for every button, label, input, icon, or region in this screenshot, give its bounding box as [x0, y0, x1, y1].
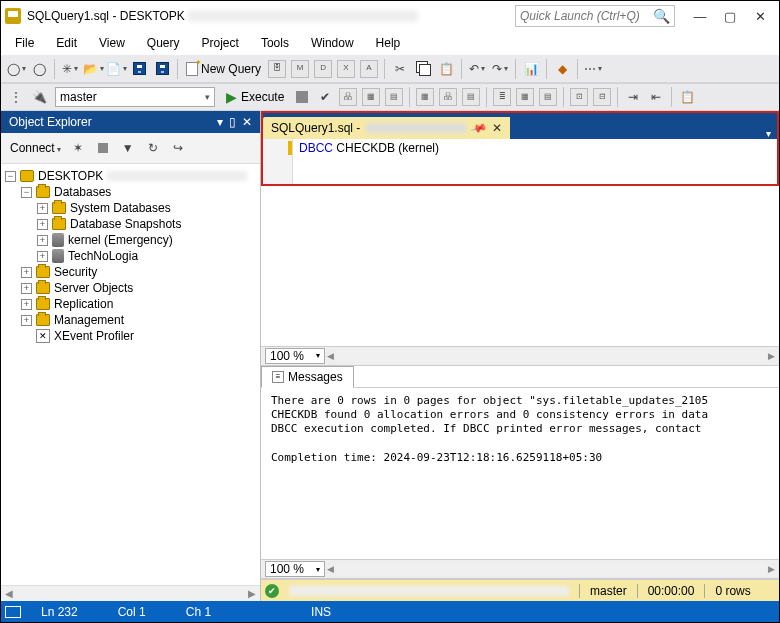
new-project-button[interactable]: ✳	[59, 58, 81, 80]
undo-button[interactable]: ↶	[466, 58, 488, 80]
editor-hscroll[interactable]	[336, 350, 766, 362]
menu-edit[interactable]: Edit	[46, 34, 87, 52]
hscroll-left-icon[interactable]: ◀	[327, 351, 334, 361]
panel-menu-icon[interactable]: ▾	[217, 115, 223, 129]
result-grid-button[interactable]: ▦	[514, 86, 536, 108]
comment-button[interactable]: ⊡	[568, 86, 590, 108]
intellisense-button[interactable]: ▤	[460, 86, 482, 108]
menu-project[interactable]: Project	[192, 34, 249, 52]
parse-button[interactable]: ✔	[314, 86, 336, 108]
expand-icon[interactable]: +	[37, 235, 48, 246]
collapse-icon[interactable]: −	[21, 187, 32, 198]
tree-root-item[interactable]: ✕XEvent Profiler	[3, 328, 258, 344]
pin-icon[interactable]: 📌	[470, 119, 489, 137]
sqlcmd-button[interactable]: 品	[437, 86, 459, 108]
expand-icon[interactable]: +	[21, 267, 32, 278]
messages-zoom-select[interactable]: 100 %	[265, 561, 325, 577]
change-connection-button[interactable]: 🔌	[28, 86, 50, 108]
include-plan-button[interactable]: ▦	[360, 86, 382, 108]
hscroll-right-icon[interactable]: ▶	[768, 351, 775, 361]
expand-icon[interactable]: +	[37, 203, 48, 214]
indent-button[interactable]: ⇥	[622, 86, 644, 108]
explorer-hscroll[interactable]: ◀ ▶	[1, 585, 260, 601]
minimize-button[interactable]: —	[685, 5, 715, 27]
tree-db-item[interactable]: +System Databases	[3, 200, 258, 216]
panel-pin-icon[interactable]: ▯	[229, 115, 236, 129]
paste-button[interactable]: 📋	[435, 58, 457, 80]
save-button[interactable]	[128, 58, 150, 80]
messages-tab[interactable]: ≡ Messages	[261, 366, 354, 388]
scroll-left-icon[interactable]: ◀	[1, 586, 17, 601]
zoom-select[interactable]: 100 %	[265, 348, 325, 364]
database-combo[interactable]: master	[55, 87, 215, 107]
menu-tools[interactable]: Tools	[251, 34, 299, 52]
result-text-button[interactable]: ≣	[491, 86, 513, 108]
hscroll-left-icon[interactable]: ◀	[327, 564, 334, 574]
save-all-button[interactable]	[151, 58, 173, 80]
options-button[interactable]: ◆	[551, 58, 573, 80]
specify-values-button[interactable]: 📋	[676, 86, 698, 108]
tree-root-item[interactable]: +Security	[3, 264, 258, 280]
quick-launch-input[interactable]	[520, 9, 649, 23]
live-stats-button[interactable]: ▤	[383, 86, 405, 108]
open-file-button[interactable]: 📂	[82, 58, 104, 80]
tree-db-item[interactable]: +TechNoLogia	[3, 248, 258, 264]
expand-icon[interactable]: +	[37, 251, 48, 262]
copy-button[interactable]	[412, 58, 434, 80]
disconnect-button[interactable]: ✶	[67, 137, 89, 159]
mdx-query-button[interactable]: M	[289, 58, 311, 80]
activity-monitor-button[interactable]: 📊	[520, 58, 542, 80]
include-stats-button[interactable]: ▦	[414, 86, 436, 108]
panel-close-icon[interactable]: ✕	[242, 115, 252, 129]
tree-server-node[interactable]: −DESKTOPK	[3, 168, 258, 184]
tree-db-item[interactable]: +Database Snapshots	[3, 216, 258, 232]
scroll-right-icon[interactable]: ▶	[244, 586, 260, 601]
as-query-button[interactable]: A	[358, 58, 380, 80]
connect-button[interactable]: Connect	[7, 140, 64, 156]
redo-button[interactable]: ↷	[489, 58, 511, 80]
execute-button[interactable]: ▶ Execute	[220, 89, 290, 105]
tree-root-item[interactable]: +Management	[3, 312, 258, 328]
expand-icon[interactable]: +	[21, 315, 32, 326]
stop-button[interactable]	[92, 137, 114, 159]
new-file-button[interactable]: 📄	[105, 58, 127, 80]
hscroll-right-icon[interactable]: ▶	[768, 564, 775, 574]
tree-databases-node[interactable]: −Databases	[3, 184, 258, 200]
nav-back-button[interactable]: ◯	[5, 58, 27, 80]
tabrow-menu-icon[interactable]: ▾	[760, 128, 777, 139]
scroll-track[interactable]	[17, 586, 244, 601]
close-tab-icon[interactable]: ✕	[492, 121, 502, 135]
menu-help[interactable]: Help	[366, 34, 411, 52]
nav-fwd-button[interactable]: ◯	[28, 58, 50, 80]
editor-whitespace[interactable]	[261, 186, 779, 346]
uncomment-button[interactable]: ⊟	[591, 86, 613, 108]
messages-hscroll[interactable]	[336, 563, 766, 575]
tree-db-item[interactable]: +kernel (Emergency)	[3, 232, 258, 248]
xmla-query-button[interactable]: X	[335, 58, 357, 80]
quick-launch[interactable]: 🔍	[515, 5, 675, 27]
db-engine-query-button[interactable]: 🗄	[266, 58, 288, 80]
code-editor[interactable]: DBCC CHECKDB (kernel)	[263, 139, 777, 184]
menu-file[interactable]: File	[5, 34, 44, 52]
cut-button[interactable]: ✂	[389, 58, 411, 80]
close-button[interactable]: ✕	[745, 5, 775, 27]
file-tab[interactable]: SQLQuery1.sql - 📌 ✕	[263, 117, 510, 139]
expand-icon[interactable]: +	[21, 299, 32, 310]
display-plan-button[interactable]: 品	[337, 86, 359, 108]
expand-icon[interactable]: +	[21, 283, 32, 294]
filter-button[interactable]: ▼	[117, 137, 139, 159]
result-file-button[interactable]: ▤	[537, 86, 559, 108]
object-explorer-tree[interactable]: −DESKTOPK −Databases +System Databases +…	[1, 164, 260, 585]
new-query-button[interactable]: New Query	[182, 62, 265, 76]
dmx-query-button[interactable]: D	[312, 58, 334, 80]
menu-query[interactable]: Query	[137, 34, 190, 52]
tree-root-item[interactable]: +Replication	[3, 296, 258, 312]
more-toolbar-button[interactable]: ⋯	[582, 58, 604, 80]
maximize-button[interactable]: ▢	[715, 5, 745, 27]
cancel-query-button[interactable]	[291, 86, 313, 108]
refresh-button[interactable]: ↻	[142, 137, 164, 159]
collapse-icon[interactable]: −	[5, 171, 16, 182]
forward-button[interactable]: ↪	[167, 137, 189, 159]
expand-icon[interactable]: +	[37, 219, 48, 230]
menu-view[interactable]: View	[89, 34, 135, 52]
